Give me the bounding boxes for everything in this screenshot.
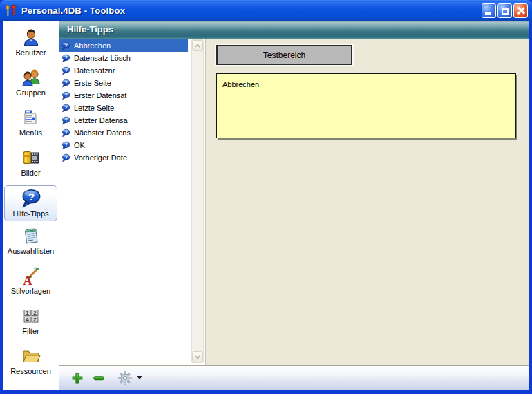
user-icon xyxy=(21,27,41,48)
list-item-label: Datensatznr xyxy=(74,66,115,75)
sidebar-item-label: Filter xyxy=(22,327,39,335)
scroll-up-button[interactable] xyxy=(192,40,203,51)
help-bubble-icon xyxy=(61,104,70,113)
help-bubble-icon xyxy=(21,188,41,209)
filter-grid-icon: 12 AZ xyxy=(21,306,41,326)
notepad-icon xyxy=(21,225,41,246)
sidebar-item-label: Bilder xyxy=(21,169,40,177)
sidebar-item-label: Auswahllisten xyxy=(8,247,54,255)
list-item-label: Letzte Seite xyxy=(74,104,114,112)
minimize-button[interactable] xyxy=(482,3,496,18)
scroll-down-button[interactable] xyxy=(192,351,203,362)
sidebar-item-gruppen[interactable]: Gruppen xyxy=(3,67,59,100)
list-item-label: Nächster Datens xyxy=(74,129,131,137)
help-bubble-icon xyxy=(61,141,70,150)
list-item-label: Erster Datensat xyxy=(74,91,126,100)
help-tip-preview: Abbrechen xyxy=(216,73,516,138)
list-item-label: Letzter Datensa xyxy=(74,116,128,124)
svg-text:Z: Z xyxy=(33,317,37,323)
sidebar-item-auswahllisten[interactable]: Auswahllisten xyxy=(3,225,59,258)
list-item-label: Vorheriger Date xyxy=(74,153,127,162)
sidebar-item-benutzer[interactable]: Benutzer xyxy=(3,27,59,59)
sidebar-item-label: Benutzer xyxy=(15,48,46,57)
sidebar-item-label: Gruppen xyxy=(16,88,46,97)
minimize-icon xyxy=(485,12,491,15)
help-bubble-icon xyxy=(61,153,70,162)
sidebar-item-label: Stilvorlagen xyxy=(11,287,50,295)
help-bubble-icon xyxy=(61,116,70,125)
help-bubble-icon xyxy=(61,41,70,50)
plus-icon xyxy=(71,372,84,384)
list-item[interactable]: Erster Datensat xyxy=(59,89,188,102)
sidebar-item-bilder[interactable]: Bilder xyxy=(3,147,59,180)
help-tips-list: Abbrechen Datensatz Lösch Datensatznr Er… xyxy=(59,39,206,365)
sidebar-item-filter[interactable]: 12 AZ Filter xyxy=(3,306,59,338)
chevron-up-icon xyxy=(194,44,201,48)
toolbox-icon xyxy=(4,3,18,17)
list-item-label: Datensatz Lösch xyxy=(74,54,131,62)
maximize-icon xyxy=(502,8,509,15)
list-scrollbar[interactable] xyxy=(191,39,204,363)
close-button[interactable] xyxy=(513,3,528,18)
settings-button[interactable] xyxy=(117,370,133,386)
list-item-label: Erste Seite xyxy=(74,79,111,87)
list-item[interactable]: Datensatznr xyxy=(59,64,188,77)
svg-text:2: 2 xyxy=(33,310,36,316)
dropdown-caret-icon[interactable] xyxy=(137,376,142,379)
help-bubble-icon xyxy=(61,66,70,75)
sidebar-item-ressourcen[interactable]: Ressourcen xyxy=(3,346,59,378)
list-item-label: OK xyxy=(74,141,85,149)
users-icon xyxy=(21,67,41,88)
paintbrush-icon: A xyxy=(21,265,41,286)
list-item-label: Abbrechen xyxy=(74,41,111,50)
help-tip-text: Abbrechen xyxy=(222,80,259,88)
folder-icon xyxy=(21,346,41,366)
list-item[interactable]: Letzte Seite xyxy=(59,102,188,114)
gear-icon xyxy=(117,370,133,386)
test-area-button[interactable]: Testbereich xyxy=(216,45,352,65)
help-bubble-icon xyxy=(61,79,70,88)
test-area-label: Testbereich xyxy=(263,50,305,60)
section-header: Hilfe-Tipps xyxy=(59,21,529,39)
add-button[interactable] xyxy=(71,372,84,384)
list-item[interactable]: OK xyxy=(59,139,188,151)
film-roll-icon xyxy=(21,147,41,168)
list-item[interactable]: Erste Seite xyxy=(59,77,188,89)
main-area: Testbereich Abbrechen xyxy=(206,39,529,365)
minus-icon xyxy=(93,372,105,384)
help-bubble-icon xyxy=(61,129,70,138)
help-bubble-icon xyxy=(61,91,70,100)
sidebar-item-menus[interactable]: Menüs xyxy=(3,107,59,140)
list-item[interactable]: Vorheriger Date xyxy=(59,151,188,164)
sidebar-item-stilvorlagen[interactable]: A Stilvorlagen xyxy=(3,265,59,298)
menu-window-icon xyxy=(21,107,41,128)
list-item[interactable]: Nächster Datens xyxy=(59,126,188,139)
sidebar: Benutzer Gruppen xyxy=(3,21,59,390)
sidebar-item-label: Hilfe-Tipps xyxy=(12,209,48,218)
sidebar-item-label: Menüs xyxy=(19,129,42,137)
list-item[interactable]: Abbrechen xyxy=(59,39,188,52)
remove-button[interactable] xyxy=(93,372,105,384)
chevron-down-icon xyxy=(194,355,201,359)
bottom-toolbar xyxy=(59,365,529,390)
list-item[interactable]: Letzter Datensa xyxy=(59,114,188,126)
sidebar-item-label: Ressourcen xyxy=(10,367,51,375)
section-title: Hilfe-Tipps xyxy=(59,21,529,39)
svg-text:A: A xyxy=(25,317,28,323)
list-item[interactable]: Datensatz Lösch xyxy=(59,52,188,64)
svg-text:1: 1 xyxy=(26,310,28,316)
sidebar-item-hilfe-tipps[interactable]: Hilfe-Tipps xyxy=(4,185,57,221)
help-bubble-icon xyxy=(61,54,70,63)
titlebar: Personal.4DB - Toolbox xyxy=(0,0,532,21)
window-title: Personal.4DB - Toolbox xyxy=(21,6,482,16)
maximize-button[interactable] xyxy=(497,3,512,18)
